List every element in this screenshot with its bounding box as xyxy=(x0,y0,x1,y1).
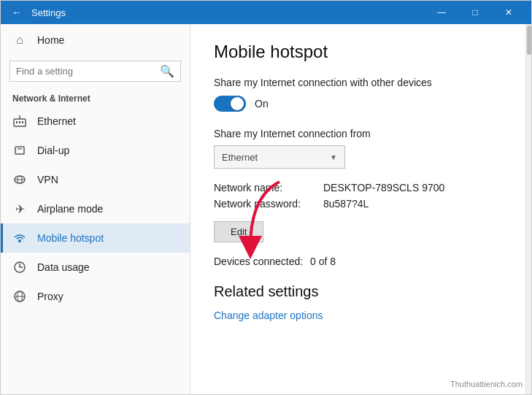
svg-rect-5 xyxy=(15,147,24,154)
devices-connected-label: Devices connected: xyxy=(214,256,303,267)
toggle-row: On xyxy=(214,96,502,112)
minimize-button[interactable]: — xyxy=(425,1,458,24)
window-title: Settings xyxy=(31,7,425,18)
sidebar-item-vpn[interactable]: VPN xyxy=(1,165,190,194)
sidebar-section-label: Network & Internet xyxy=(1,89,190,107)
maximize-button[interactable]: □ xyxy=(458,1,492,24)
network-name-label: Network name: xyxy=(214,182,323,193)
network-name-row: Network name: DESKTOP-789SCLS 9700 xyxy=(214,182,502,193)
main-content: Mobile hotspot Share my Internet connect… xyxy=(190,24,525,394)
datausage-icon xyxy=(12,260,27,275)
watermark: Thuthuattienich.com xyxy=(450,380,523,388)
svg-rect-2 xyxy=(19,121,20,123)
search-box[interactable]: 🔍 xyxy=(9,61,181,82)
ethernet-icon xyxy=(12,114,27,129)
home-label: Home xyxy=(37,34,64,46)
sidebar-item-proxy[interactable]: Proxy xyxy=(1,282,190,311)
hotspot-toggle[interactable] xyxy=(214,96,246,112)
share-from-label: Share my Internet connection from xyxy=(214,128,502,139)
devices-connected-row: Devices connected: 0 of 8 xyxy=(214,256,502,267)
proxy-icon xyxy=(12,289,27,304)
sidebar-item-ethernet[interactable]: Ethernet xyxy=(1,107,190,136)
home-icon: ⌂ xyxy=(12,33,27,47)
sidebar: ⌂ Home 🔍 Network & Internet xyxy=(1,24,190,394)
vpn-label: VPN xyxy=(37,174,58,185)
close-button[interactable]: ✕ xyxy=(492,1,525,24)
window-controls: — □ ✕ xyxy=(425,1,525,24)
sidebar-item-datausage[interactable]: Data usage xyxy=(1,253,190,282)
change-adapter-link[interactable]: Change adapter options xyxy=(214,310,323,321)
related-settings-title: Related settings xyxy=(214,283,502,300)
sidebar-item-home[interactable]: ⌂ Home xyxy=(1,24,190,56)
dropdown-value: Ethernet xyxy=(222,152,258,163)
vpn-icon xyxy=(12,172,27,187)
chevron-down-icon: ▼ xyxy=(330,153,337,161)
sidebar-item-hotspot[interactable]: Mobile hotspot xyxy=(1,223,190,253)
svg-rect-1 xyxy=(16,121,18,123)
proxy-label: Proxy xyxy=(37,291,63,302)
page-title: Mobile hotspot xyxy=(214,42,502,62)
ethernet-label: Ethernet xyxy=(37,115,76,127)
svg-rect-3 xyxy=(22,121,23,123)
search-input[interactable] xyxy=(16,66,155,77)
settings-window: ← Settings — □ ✕ ⌂ Home 🔍 Network & Inte… xyxy=(0,0,532,395)
devices-connected-value: 0 of 8 xyxy=(310,256,336,267)
toggle-knob xyxy=(231,97,244,110)
network-password-value: 8u587?4L xyxy=(323,198,369,210)
info-section: Network name: DESKTOP-789SCLS 9700 Netwo… xyxy=(214,182,502,256)
network-name-value: DESKTOP-789SCLS 9700 xyxy=(323,182,444,193)
connection-dropdown[interactable]: Ethernet ▼ xyxy=(214,145,345,169)
sidebar-item-airplane[interactable]: ✈ Airplane mode xyxy=(1,194,190,223)
search-icon: 🔍 xyxy=(160,64,174,78)
window-content: ⌂ Home 🔍 Network & Internet xyxy=(1,24,531,394)
hotspot-icon xyxy=(12,231,27,245)
scrollbar-track[interactable] xyxy=(525,24,531,394)
network-password-label: Network password: xyxy=(214,198,323,210)
scrollbar-thumb[interactable] xyxy=(527,26,531,55)
share-description: Share my Internet connection with other … xyxy=(214,77,502,88)
dialup-label: Dial-up xyxy=(37,145,69,156)
svg-point-10 xyxy=(18,239,21,242)
toggle-label: On xyxy=(255,98,269,110)
title-bar: ← Settings — □ ✕ xyxy=(1,1,531,24)
back-button[interactable]: ← xyxy=(7,2,27,23)
network-password-row: Network password: 8u587?4L xyxy=(214,198,502,210)
edit-button[interactable]: Edit xyxy=(214,221,263,242)
dialup-icon xyxy=(12,143,27,158)
airplane-icon: ✈ xyxy=(12,202,27,216)
hotspot-label: Mobile hotspot xyxy=(37,232,104,244)
airplane-label: Airplane mode xyxy=(37,203,103,215)
sidebar-item-dialup[interactable]: Dial-up xyxy=(1,136,190,165)
datausage-label: Data usage xyxy=(37,261,90,273)
